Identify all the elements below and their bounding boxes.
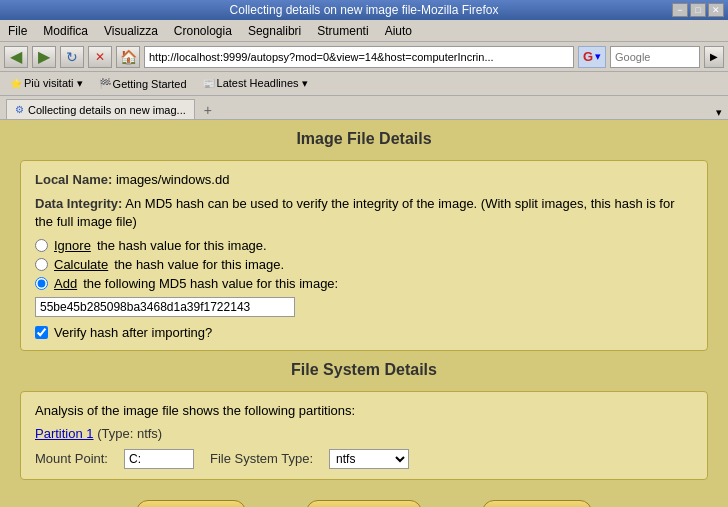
file-system-section-title: File System Details [20, 361, 708, 379]
menu-strumenti[interactable]: Strumenti [313, 22, 372, 40]
radio-calculate-item[interactable]: Calculate the hash value for this image. [35, 257, 693, 272]
local-name-label: Local Name: [35, 172, 112, 187]
partition-link[interactable]: Partition 1 [35, 426, 94, 441]
menu-cronologia[interactable]: Cronologia [170, 22, 236, 40]
partition-type: (Type: ntfs) [97, 426, 162, 441]
search-engine-dropdown[interactable]: ▾ [595, 50, 601, 63]
main-content: Image File Details Local Name: images/wi… [0, 120, 728, 507]
button-row: ADD CANCEL HELP [20, 500, 708, 507]
search-go-button[interactable]: ▶ [704, 46, 724, 68]
hash-value-input[interactable] [35, 297, 295, 317]
menu-bar: File Modifica Visualizza Cronologia Segn… [0, 20, 728, 42]
window-title: Collecting details on new image file-Moz… [230, 3, 499, 17]
menu-aiuto[interactable]: Aiuto [381, 22, 416, 40]
image-section-title: Image File Details [20, 130, 708, 148]
mount-row: Mount Point: File System Type: ntfs fat3… [35, 449, 693, 469]
file-system-box: Analysis of the image file shows the fol… [20, 391, 708, 480]
forward-button[interactable]: ▶ [32, 46, 56, 68]
verify-checkbox-row: Verify hash after importing? [35, 325, 693, 340]
radio-calculate[interactable] [35, 258, 48, 271]
star-icon: ⭐ [10, 78, 22, 89]
radio-ignore-label-prefix: Ignore [54, 238, 91, 253]
verify-checkbox[interactable] [35, 326, 48, 339]
bookmark-latest-headlines-label: Latest Headlines ▾ [217, 77, 308, 90]
tab-scroll-arrow[interactable]: ▾ [716, 106, 722, 119]
file-system-type-label: File System Type: [210, 451, 313, 466]
tab-label: Collecting details on new imag... [28, 104, 186, 116]
data-integrity-row: Data Integrity: An MD5 hash can be used … [35, 195, 693, 231]
radio-calculate-label-prefix: Calculate [54, 257, 108, 272]
search-engine-icon: G [583, 49, 593, 64]
radio-add-label-prefix: Add [54, 276, 77, 291]
radio-add-label-suffix: the following MD5 hash value for this im… [83, 276, 338, 291]
stop-button[interactable]: ✕ [88, 46, 112, 68]
local-name-row: Local Name: images/windows.dd [35, 171, 693, 189]
tab-collecting[interactable]: ⚙ Collecting details on new imag... [6, 99, 195, 119]
home-button[interactable]: 🏠 [116, 46, 140, 68]
local-name-value: images/windows.dd [116, 172, 229, 187]
radio-ignore-item[interactable]: Ignore the hash value for this image. [35, 238, 693, 253]
flag-icon: 🏁 [99, 78, 111, 89]
address-bar[interactable] [144, 46, 574, 68]
file-system-type-select[interactable]: ntfs fat32 ext2 ext3 swap raw [329, 449, 409, 469]
bookmarks-bar: ⭐ Più visitati ▾ 🏁 Getting Started 📰 Lat… [0, 72, 728, 96]
image-details-box: Local Name: images/windows.dd Data Integ… [20, 160, 708, 351]
bookmark-piu-visitati[interactable]: ⭐ Più visitati ▾ [6, 76, 87, 91]
bookmark-getting-started-label: Getting Started [113, 78, 187, 90]
back-button[interactable]: ◀ [4, 46, 28, 68]
hash-radio-group: Ignore the hash value for this image. Ca… [35, 238, 693, 291]
radio-add[interactable] [35, 277, 48, 290]
cancel-button[interactable]: CANCEL [306, 500, 422, 507]
new-tab-button[interactable]: + [199, 101, 217, 119]
radio-calculate-label-suffix: the hash value for this image. [114, 257, 284, 272]
radio-add-item[interactable]: Add the following MD5 hash value for thi… [35, 276, 693, 291]
maximize-button[interactable]: □ [690, 3, 706, 17]
close-button[interactable]: ✕ [708, 3, 724, 17]
help-button[interactable]: HELP [482, 500, 592, 507]
menu-file[interactable]: File [4, 22, 31, 40]
news-icon: 📰 [203, 78, 215, 89]
tab-bar: ⚙ Collecting details on new imag... + ▾ [0, 96, 728, 120]
menu-segnalibri[interactable]: Segnalibri [244, 22, 305, 40]
analysis-text: Analysis of the image file shows the fol… [35, 402, 693, 420]
reload-button[interactable]: ↻ [60, 46, 84, 68]
title-bar: Collecting details on new image file-Moz… [0, 0, 728, 20]
menu-modifica[interactable]: Modifica [39, 22, 92, 40]
search-input[interactable] [610, 46, 700, 68]
data-integrity-label: Data Integrity: [35, 196, 122, 211]
window-controls: − □ ✕ [672, 3, 724, 17]
mount-point-input[interactable] [124, 449, 194, 469]
data-integrity-text: An MD5 hash can be used to verify the in… [35, 196, 674, 229]
menu-visualizza[interactable]: Visualizza [100, 22, 162, 40]
minimize-button[interactable]: − [672, 3, 688, 17]
bookmark-latest-headlines[interactable]: 📰 Latest Headlines ▾ [199, 76, 312, 91]
tab-icon: ⚙ [15, 104, 24, 115]
add-button[interactable]: ADD [136, 500, 246, 507]
bookmark-piu-visitati-label: Più visitati ▾ [24, 77, 83, 90]
radio-ignore[interactable] [35, 239, 48, 252]
verify-label: Verify hash after importing? [54, 325, 212, 340]
partition-row: Partition 1 (Type: ntfs) [35, 426, 693, 441]
bookmark-getting-started[interactable]: 🏁 Getting Started [95, 77, 191, 91]
mount-point-label: Mount Point: [35, 451, 108, 466]
toolbar: ◀ ▶ ↻ ✕ 🏠 G ▾ ▶ [0, 42, 728, 72]
radio-ignore-label-suffix: the hash value for this image. [97, 238, 267, 253]
